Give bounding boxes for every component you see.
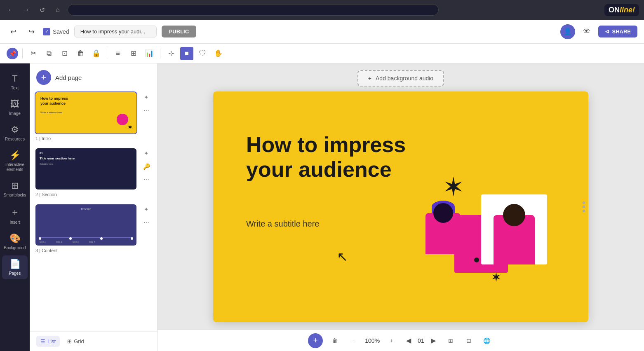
sidebar-item-interactive[interactable]: ⚡ Interactive elements <box>2 147 28 176</box>
insert-icon: ＋ <box>10 206 19 218</box>
panel-header: + Add page <box>30 63 157 91</box>
slide3-step1: Step 1 <box>40 241 45 243</box>
pages-label: Pages <box>9 271 21 276</box>
redo-button[interactable]: ↪ <box>25 25 38 38</box>
separator-3 <box>160 49 160 58</box>
fit-to-screen-button[interactable]: ⊞ <box>444 334 457 347</box>
page-navigation: ◀ 01 ▶ <box>403 335 439 346</box>
resize-tool[interactable]: ⊞ <box>127 47 140 60</box>
option-dot-2 <box>583 206 585 208</box>
prev-page-button[interactable]: ◀ <box>403 335 414 346</box>
grid-tool[interactable]: ⊹ <box>165 47 178 60</box>
slide-thumb-row-2: 01 Title your section here Subtitle here… <box>35 147 152 190</box>
layers-tool[interactable]: ≡ <box>111 47 125 60</box>
grid-view-button[interactable]: ⊞ Grid <box>63 336 88 347</box>
add-page-canvas-button[interactable]: + <box>308 333 323 348</box>
browser-url[interactable] <box>68 4 439 16</box>
user-avatar-button[interactable]: 👤 <box>560 24 575 39</box>
slide-item-2: 01 Title your section here Subtitle here… <box>35 147 152 197</box>
pages-icon: 📄 <box>9 259 21 269</box>
browser-home[interactable]: ⌂ <box>52 4 63 16</box>
next-page-button[interactable]: ▶ <box>428 335 439 346</box>
sidebar-item-insert[interactable]: ＋ Insert <box>2 203 28 228</box>
app: ↩ ↪ ✓ Saved PUBLIC 👤 👁 ⊲ SHARE 📌 ✂ ⧉ ⊡ 🗑… <box>0 20 644 351</box>
logo-on: ON <box>609 6 620 14</box>
smartblocks-icon: ⊞ <box>11 180 19 191</box>
columns-button[interactable]: ⊟ <box>462 334 475 347</box>
slide3-dot-2 <box>69 237 72 240</box>
saved-label: Saved <box>53 28 69 35</box>
background-icon: 🎨 <box>9 233 21 244</box>
slide-more-1[interactable]: ⋯ <box>141 105 152 116</box>
sidebar-item-resources[interactable]: ⚙ Resources <box>2 121 28 145</box>
share-button[interactable]: ⊲ SHARE <box>598 26 637 37</box>
hand-tool[interactable]: ✋ <box>212 47 225 60</box>
text-label: Text <box>11 86 19 91</box>
option-dot-3 <box>583 210 585 212</box>
canvas-options-menu[interactable] <box>579 198 588 215</box>
current-page-number: 01 <box>418 337 424 344</box>
canvas-subtitle: Write a subtitle here <box>246 219 320 229</box>
slide-thumb-2[interactable]: 01 Title your section here Subtitle here <box>35 147 137 190</box>
browser-forward[interactable]: → <box>21 4 32 16</box>
browser-back[interactable]: ← <box>5 4 16 16</box>
chart-tool[interactable]: 📊 <box>143 47 156 60</box>
sidebar-item-text[interactable]: T Text <box>2 70 28 94</box>
slide-more-3[interactable]: ⋯ <box>141 217 152 228</box>
image-label: Image <box>9 111 21 116</box>
resources-icon: ⚙ <box>11 124 19 135</box>
lock-tool[interactable]: 🔒 <box>89 47 103 60</box>
slide-magic-3[interactable]: ✦ <box>141 204 152 215</box>
paste-tool[interactable]: ⊡ <box>58 47 71 60</box>
color-tool[interactable]: ■ <box>180 47 193 60</box>
slide-magic-1[interactable]: ✦ <box>141 91 152 103</box>
zoom-in-button[interactable]: + <box>385 334 398 347</box>
shield-tool[interactable]: 🛡 <box>196 47 209 60</box>
presentation-title-input[interactable] <box>74 26 157 37</box>
slide-thumb-3[interactable]: Timeline Step 1 Step 2 St <box>35 204 137 246</box>
image-icon: 🖼 <box>10 99 19 110</box>
zoom-level: 100% <box>365 337 380 344</box>
slide-canvas[interactable]: How to impress your audience Write a sub… <box>213 91 588 322</box>
globe-button[interactable]: 🌐 <box>480 334 494 347</box>
cut-tool[interactable]: ✂ <box>27 47 40 60</box>
delete-page-button[interactable]: 🗑 <box>328 335 342 346</box>
undo-button[interactable]: ↩ <box>7 25 20 38</box>
canvas-area: + Add background audio How to impress yo… <box>157 63 644 351</box>
slide-key-2[interactable]: 🔑 <box>141 161 152 172</box>
copy-tool[interactable]: ⧉ <box>42 47 56 60</box>
list-label: List <box>47 338 56 344</box>
slide-thumb-row-1: How to impressyour audience Write a subt… <box>35 91 152 134</box>
slide3-dots <box>39 237 133 240</box>
top-toolbar: ↩ ↪ ✓ Saved PUBLIC 👤 👁 ⊲ SHARE <box>0 20 644 44</box>
slide1-subtitle: Write a subtitle here <box>40 111 62 114</box>
add-audio-button[interactable]: + Add background audio <box>357 70 444 87</box>
slide-label-2: 2 | Section <box>35 192 152 197</box>
bottom-bar: + 🗑 − 100% + ◀ 01 ▶ ⊞ ⊟ 🌐 <box>157 330 644 351</box>
add-page-button[interactable]: + <box>36 70 51 85</box>
slide-more-2[interactable]: ⋯ <box>141 174 152 185</box>
slide-thumb-1[interactable]: How to impressyour audience Write a subt… <box>35 91 137 134</box>
slide-magic-2[interactable]: ✦ <box>141 147 152 159</box>
sidebar-item-image[interactable]: 🖼 Image <box>2 96 28 119</box>
audio-plus-icon: + <box>368 75 371 82</box>
secondary-toolbar: 📌 ✂ ⧉ ⊡ 🗑 🔒 ≡ ⊞ 📊 ⊹ ■ 🛡 ✋ <box>0 44 644 63</box>
list-view-button[interactable]: ☰ List <box>36 336 60 347</box>
preview-button[interactable]: 👁 <box>580 25 593 38</box>
browser-refresh[interactable]: ↺ <box>36 4 48 16</box>
sidebar-item-background[interactable]: 🎨 Background <box>2 230 28 254</box>
sidebar-item-pages[interactable]: 📄 Pages <box>2 255 28 279</box>
sidebar-item-smartblocks[interactable]: ⊞ Smartblocks <box>2 177 28 201</box>
audio-label: Add background audio <box>376 75 433 82</box>
deco-person2 <box>425 213 461 254</box>
deco-star-burst: ✶ <box>442 174 465 200</box>
slide1-deco-star: ✶ <box>127 123 133 132</box>
slide2-sub: Subtitle here <box>40 163 54 165</box>
public-button[interactable]: PUBLIC <box>162 26 196 37</box>
main-content: T Text 🖼 Image ⚙ Resources ⚡ Interactive… <box>0 63 644 351</box>
zoom-out-button[interactable]: − <box>347 334 360 347</box>
slide3-step4: Step 4 <box>89 241 95 243</box>
delete-tool[interactable]: 🗑 <box>74 47 87 60</box>
delete-icon: 🗑 <box>332 337 338 344</box>
pin-button[interactable]: 📌 <box>7 48 18 59</box>
